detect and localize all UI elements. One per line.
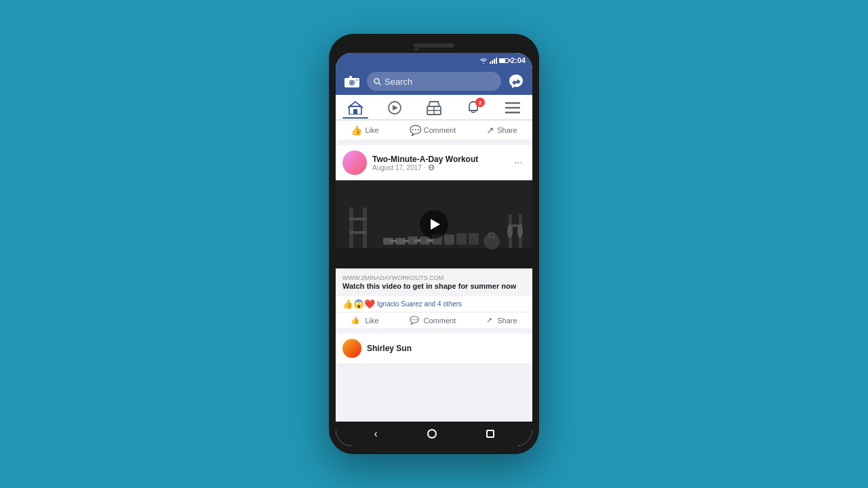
like-button[interactable]: 👍 Like: [351, 316, 378, 325]
wifi-icon: [479, 57, 488, 64]
nav-home[interactable]: [342, 100, 368, 116]
svg-rect-33: [469, 233, 479, 245]
post-card: Two-Minute-A-Day Workout August 17, 2017…: [336, 145, 532, 328]
svg-rect-32: [456, 233, 467, 245]
wow-emoji: 😱: [353, 299, 364, 309]
search-icon: [374, 78, 381, 85]
facebook-header: Search: [336, 68, 532, 95]
like-icon-prev: 👍: [351, 125, 362, 136]
dot-separator: ·: [424, 164, 426, 171]
post-author: Two-Minute-A-Day Workout: [372, 155, 506, 164]
search-placeholder: Search: [384, 77, 412, 87]
status-time: 2:04: [511, 56, 526, 64]
reactions-bar: 👍 😱 ❤️ Ignacio Suarez and 4 others: [336, 296, 532, 312]
like-icon: 👍: [351, 316, 360, 325]
comment-section: Shirley Sun: [336, 333, 532, 363]
recents-button[interactable]: [486, 430, 494, 438]
camera-icon: [344, 75, 359, 87]
svg-rect-35: [402, 240, 409, 242]
battery-icon: [499, 58, 509, 63]
reaction-count: Ignacio Suarez and 4 others: [377, 300, 462, 308]
play-triangle-icon: [431, 219, 440, 230]
phone-screen: 2:04 Search: [336, 53, 532, 446]
comment-icon-prev: 💬: [410, 125, 421, 136]
like-label: Like: [365, 317, 378, 325]
store-icon: [427, 100, 441, 115]
svg-rect-21: [336, 248, 532, 268]
svg-rect-34: [390, 240, 397, 242]
svg-point-43: [507, 224, 513, 238]
svg-point-5: [374, 79, 379, 83]
svg-point-4: [356, 79, 357, 81]
status-icons: 2:04: [479, 56, 526, 64]
post-avatar: [342, 150, 367, 175]
link-title: Watch this video to get in shape for sum…: [342, 281, 526, 291]
prev-share-label: Share: [497, 126, 517, 134]
post-date: August 17, 2017 ·: [372, 164, 506, 171]
hamburger-icon: [505, 102, 520, 114]
comment-icon: 💬: [410, 316, 419, 325]
comment-label: Comment: [424, 317, 456, 325]
status-bar: 2:04: [336, 53, 532, 68]
play-button[interactable]: [420, 210, 448, 239]
nav-watch[interactable]: [382, 99, 408, 117]
more-options-button[interactable]: ···: [511, 157, 526, 169]
heart-emoji: ❤️: [364, 299, 375, 309]
svg-rect-23: [363, 207, 367, 248]
video-thumbnail[interactable]: [336, 180, 532, 268]
globe-icon: [428, 164, 435, 171]
like-emoji: 👍: [342, 299, 353, 309]
android-nav-bar: ‹: [336, 422, 532, 446]
home-button[interactable]: [427, 429, 437, 439]
prev-like-label: Like: [365, 126, 378, 134]
share-icon-prev: ↗: [486, 125, 494, 136]
svg-point-38: [484, 233, 500, 249]
post-header: Two-Minute-A-Day Workout August 17, 2017…: [336, 145, 532, 180]
svg-point-44: [517, 224, 523, 238]
share-button[interactable]: ↗ Share: [486, 316, 517, 325]
phone-camera: [414, 46, 419, 52]
phone-device: 2:04 Search: [329, 34, 539, 454]
svg-rect-3: [349, 76, 352, 78]
messenger-icon: [509, 74, 524, 89]
svg-rect-36: [414, 239, 421, 242]
prev-like-button[interactable]: 👍 Like: [351, 125, 378, 136]
svg-line-6: [379, 83, 381, 85]
content-feed[interactable]: 👍 Like 💬 Comment ↗ Share: [336, 120, 532, 422]
previous-post-actions: 👍 Like 💬 Comment ↗ Share: [336, 120, 532, 140]
reaction-emojis: 👍 😱 ❤️: [342, 299, 375, 309]
prev-comment-button[interactable]: 💬 Comment: [410, 125, 456, 136]
svg-rect-8: [353, 109, 357, 115]
navigation-bar: 2: [336, 95, 532, 120]
share-label: Share: [497, 317, 517, 325]
play-circle-icon: [387, 100, 402, 115]
reactions-left: 👍 😱 ❤️ Ignacio Suarez and 4 others: [342, 299, 462, 309]
commenter-avatar: [342, 339, 361, 358]
camera-button[interactable]: [342, 72, 361, 91]
svg-rect-22: [349, 207, 353, 248]
phone-speaker: [414, 43, 454, 47]
nav-notifications[interactable]: 2: [460, 99, 486, 117]
svg-rect-37: [427, 239, 433, 242]
messenger-button[interactable]: [507, 72, 526, 91]
comment-button[interactable]: 💬 Comment: [410, 316, 456, 325]
prev-share-button[interactable]: ↗ Share: [486, 125, 517, 136]
post-actions-bar: 👍 Like 💬 Comment ↗ Share: [336, 312, 532, 328]
link-preview[interactable]: WWW.2MINADAYWORKOUTS.COM Watch this vide…: [336, 268, 532, 296]
svg-rect-31: [444, 235, 454, 245]
svg-rect-24: [349, 218, 367, 220]
post-date-text: August 17, 2017: [372, 164, 422, 171]
nav-menu[interactable]: [500, 100, 526, 115]
share-icon: ↗: [486, 316, 492, 325]
back-button[interactable]: ‹: [374, 428, 377, 440]
video-background: [336, 180, 532, 268]
prev-comment-label: Comment: [424, 126, 456, 134]
nav-marketplace[interactable]: [421, 99, 447, 117]
link-domain: WWW.2MINADAYWORKOUTS.COM: [342, 274, 526, 281]
search-bar[interactable]: Search: [367, 72, 501, 91]
post-meta: Two-Minute-A-Day Workout August 17, 2017…: [372, 155, 506, 171]
svg-rect-25: [349, 231, 367, 234]
commenter-name: Shirley Sun: [367, 344, 412, 353]
signal-icon: [490, 57, 497, 64]
home-icon: [348, 101, 363, 115]
